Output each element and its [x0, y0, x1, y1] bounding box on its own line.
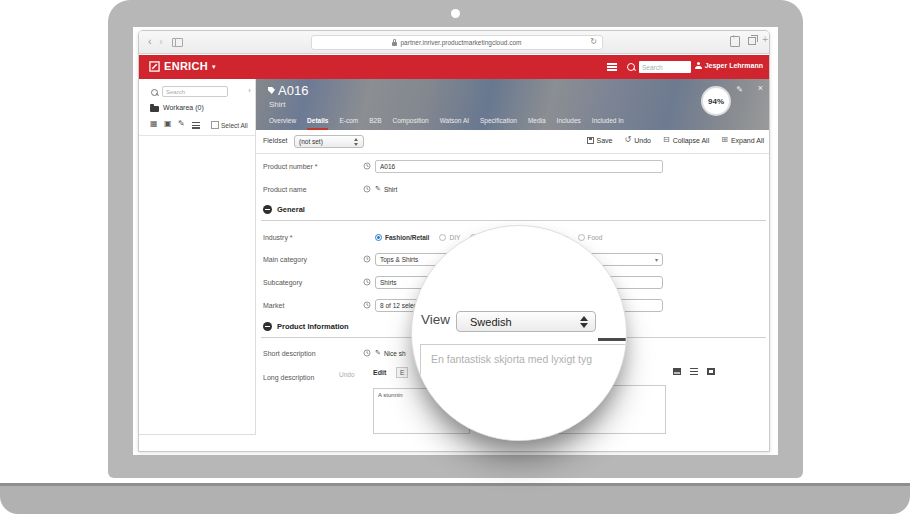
user-icon: [695, 62, 702, 69]
global-search-input[interactable]: [639, 61, 691, 73]
select-arrows-icon: [354, 138, 359, 146]
app-header: ENRICH ▾ Jesper Lehrmann: [139, 55, 769, 79]
card-view-icon[interactable]: ▣: [164, 119, 172, 128]
history-icon[interactable]: [363, 278, 371, 286]
brand-name: ENRICH: [164, 60, 208, 72]
tab-b2b[interactable]: B2B: [369, 117, 381, 130]
forward-icon[interactable]: ›: [159, 34, 163, 48]
browser-toolbar: ‹ › partner.inriver.productmarketingclou…: [139, 31, 769, 54]
grid-view-icon[interactable]: ▦: [150, 119, 158, 128]
collapse-all-button[interactable]: ⊟ Collapse All: [663, 136, 709, 144]
field-row-short-description: Short description ✎ Nice sh: [263, 346, 406, 360]
language-select[interactable]: Swedish: [456, 311, 596, 332]
tabs-overview-icon[interactable]: [748, 37, 756, 45]
short-description-value[interactable]: ✎ Nice sh: [375, 349, 406, 357]
collapse-icon: ⊟: [663, 136, 670, 144]
magnified-divider: [598, 338, 627, 341]
tab-specification[interactable]: Specification: [480, 117, 517, 130]
tab-details[interactable]: Details: [307, 117, 328, 130]
list-view-icon[interactable]: [192, 122, 200, 129]
close-icon[interactable]: ×: [758, 83, 763, 93]
history-icon[interactable]: [363, 185, 371, 193]
field-label: Market: [263, 302, 363, 309]
lock-icon: [392, 42, 397, 46]
workarea-sidebar: ‹ Workarea (0) ▦ ▣ ✎ Select All: [139, 79, 256, 435]
scene: ‹ › partner.inriver.productmarketingclou…: [0, 0, 910, 514]
undo-button[interactable]: ↺ Undo: [624, 136, 650, 144]
radio-fashion-retail[interactable]: Fashion/Retail: [375, 234, 429, 241]
expand-all-button[interactable]: ⊞ Expand All: [721, 136, 764, 144]
field-row-product-number: Product number *: [263, 159, 663, 173]
split-view-icon[interactable]: [673, 368, 681, 375]
field-label: Product number *: [263, 163, 363, 170]
collapse-sidebar-icon[interactable]: ‹: [248, 86, 251, 95]
radio-diy[interactable]: DIY: [439, 234, 460, 241]
select-all-checkbox[interactable]: [211, 121, 219, 129]
language-value: Swedish: [470, 316, 512, 328]
tab-media[interactable]: Media: [528, 117, 546, 130]
select-all-control[interactable]: Select All: [211, 121, 248, 129]
tab-ecom[interactable]: E-com: [339, 117, 358, 130]
url-text: partner.inriver.productmarketingcloud.co…: [400, 39, 521, 46]
workarea-label[interactable]: Workarea (0): [163, 104, 204, 111]
product-banner: A016 Shirt ✎ × 94% Overview Details E-co…: [256, 79, 770, 130]
tab-overview[interactable]: Overview: [269, 117, 296, 130]
section-general[interactable]: General: [261, 205, 766, 221]
product-number-heading: A016: [268, 83, 308, 98]
field-row-product-name: Product name ✎ Shirt: [263, 182, 397, 196]
magnifier-circle: View Swedish En fantastisk skjorta med l…: [411, 225, 627, 441]
product-number-input[interactable]: [375, 160, 663, 173]
tab-includes[interactable]: Includes: [557, 117, 581, 130]
user-menu[interactable]: Jesper Lehrmann: [695, 62, 763, 69]
tab-composition[interactable]: Composition: [393, 117, 429, 130]
list-view-icon[interactable]: [690, 368, 698, 375]
menu-icon[interactable]: [607, 63, 617, 71]
product-name-value[interactable]: ✎ Shirt: [375, 185, 397, 193]
edit-icon[interactable]: ✎: [736, 85, 743, 94]
history-icon[interactable]: [363, 301, 371, 309]
back-icon[interactable]: ‹: [148, 34, 152, 48]
radio-icon: [578, 234, 585, 241]
tab-watson-ai[interactable]: Watson AI: [440, 117, 469, 130]
search-icon[interactable]: [627, 63, 635, 71]
select-arrows-icon: [580, 316, 588, 328]
save-button[interactable]: Save: [587, 137, 613, 144]
radio-food[interactable]: Food: [578, 234, 603, 241]
history-icon[interactable]: [363, 162, 371, 170]
tab-included-in[interactable]: Included In: [592, 117, 624, 130]
search-icon: [151, 89, 158, 96]
history-icon[interactable]: [363, 349, 371, 357]
history-icon[interactable]: [363, 255, 371, 263]
tag-icon: [268, 87, 275, 94]
user-name: Jesper Lehrmann: [705, 62, 763, 69]
dropdown-icon: ▾: [655, 256, 658, 263]
edit-mode-icon[interactable]: ✎: [178, 119, 185, 128]
collapse-section-icon[interactable]: [263, 205, 272, 214]
fieldset-value: (not set): [299, 138, 323, 145]
field-label: Short description: [263, 350, 363, 357]
folder-icon: [150, 106, 159, 112]
completeness-badge: 94%: [701, 86, 731, 116]
sidebar-search-input[interactable]: [162, 86, 228, 97]
enrich-logo-icon: [149, 61, 160, 72]
new-tab-icon[interactable]: +: [762, 34, 768, 45]
save-icon: [587, 137, 594, 144]
single-view-icon[interactable]: [707, 368, 715, 375]
editor-tab-secondary[interactable]: E: [396, 367, 408, 378]
pencil-icon: ✎: [375, 185, 381, 193]
entity-tabs: Overview Details E-com B2B Composition W…: [269, 117, 624, 130]
editor-tab-edit[interactable]: Edit: [373, 369, 386, 376]
sidebar-toggle-icon[interactable]: [172, 38, 183, 47]
product-name-subheading: Shirt: [269, 100, 285, 109]
field-label: Subcategory: [263, 279, 363, 286]
divider: [139, 135, 255, 136]
radio-icon: [375, 234, 382, 241]
field-undo-link[interactable]: Undo: [339, 371, 355, 378]
brand-menu[interactable]: ENRICH ▾: [149, 60, 215, 72]
camera-dot: [451, 9, 460, 18]
address-bar[interactable]: partner.inriver.productmarketingcloud.co…: [311, 35, 603, 50]
fieldset-select[interactable]: (not set): [294, 135, 364, 148]
collapse-section-icon[interactable]: [263, 322, 272, 331]
refresh-icon[interactable]: ↻: [590, 37, 597, 46]
share-icon[interactable]: [730, 36, 740, 47]
